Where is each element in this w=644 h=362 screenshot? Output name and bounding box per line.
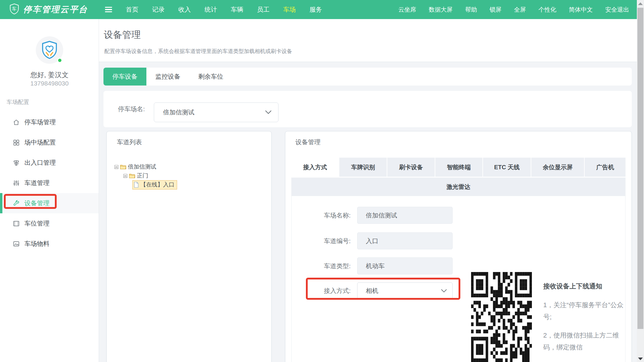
lot-select-value: 倍加信测试 — [163, 108, 265, 116]
nav-item-help[interactable]: 帮助 — [465, 6, 477, 14]
home-icon — [13, 119, 20, 126]
lot-select-dropdown[interactable]: 倍加信测试 — [154, 102, 278, 122]
folder-icon — [129, 173, 135, 178]
nav-item-lock-screen[interactable]: 锁屏 — [490, 6, 501, 14]
active-indicator-bar — [0, 193, 2, 213]
sidebar-item-lane-mgmt[interactable]: 车道管理 — [0, 173, 99, 193]
lot-select-label: 停车场名: — [118, 104, 151, 114]
sidebar-section-label: 车场配置 — [7, 98, 29, 106]
brand: 车 停车管理云平台 — [0, 3, 98, 16]
nav-item-home[interactable]: 首页 — [126, 5, 138, 14]
nav-item-records[interactable]: 记录 — [152, 5, 165, 14]
tab-parking-devices[interactable]: 停车设备 — [103, 68, 146, 86]
nav-item-vehicles[interactable]: 车辆 — [231, 5, 243, 14]
user-greeting: 您好, 姜汉文 — [0, 70, 99, 80]
sidebar-item-device-mgmt[interactable]: 设备管理 — [0, 193, 99, 213]
lane-type-input[interactable]: 机动车 — [357, 257, 453, 274]
tab-etc-antenna[interactable]: ETC 天线 — [483, 158, 531, 177]
tree-node-gate[interactable]: 正门 — [114, 171, 177, 180]
nav-item-language[interactable]: 简体中文 — [569, 6, 593, 14]
tab-plate-recognition[interactable]: 车牌识别 — [339, 158, 386, 177]
nav-item-personalize[interactable]: 个性化 — [538, 6, 556, 14]
qr-instructions: 接收设备上下线通知 1，关注“停车服务平台”公众号; 2，使用微信扫描上方二维码… — [543, 282, 626, 360]
nav-item-parking-lot[interactable]: 车场 — [283, 5, 296, 14]
tab-access-mode[interactable]: 接入方式 — [291, 158, 339, 177]
brand-title: 停车管理云平台 — [23, 4, 88, 15]
device-form-area: 车场名称: 倍加信测试 车道编号: 入口 车道类型: 机动车 接入方式: 相机 … — [291, 196, 626, 362]
access-mode-value: 相机 — [366, 287, 441, 295]
tab-ad-machine[interactable]: 广告机 — [585, 158, 626, 177]
scroll-down-arrow-icon[interactable] — [638, 358, 643, 360]
hamburger-menu-icon[interactable] — [105, 7, 112, 12]
svg-text:车: 车 — [12, 6, 17, 11]
scrollbar-thumb[interactable] — [637, 8, 643, 329]
nav-item-dashboard[interactable]: 数据大屏 — [429, 6, 453, 14]
access-mode-select[interactable]: 相机 — [357, 282, 453, 299]
qr-instruction-step2: 2，使用微信扫描上方二维码，绑定微信 — [543, 330, 626, 353]
access-mode-label: 接入方式: — [304, 287, 357, 295]
tab-card-device[interactable]: 刷卡设备 — [387, 158, 435, 177]
sidebar: 您好, 姜汉文 13798498030 车场配置 停车场管理 场中场配置 出入口 — [0, 19, 99, 362]
lane-no-label: 车道编号: — [304, 237, 357, 245]
nav-item-services[interactable]: 服务 — [309, 5, 322, 14]
app-window: 车 停车管理云平台 首页 记录 收入 统计 车辆 员工 车场 服务 云坐席 数据… — [0, 0, 644, 362]
nav-item-cloud-seat[interactable]: 云坐席 — [398, 6, 416, 14]
top-navbar: 车 停车管理云平台 首页 记录 收入 统计 车辆 员工 车场 服务 云坐席 数据… — [0, 0, 637, 19]
page-header — [99, 19, 637, 62]
device-panel-title: 设备管理 — [295, 138, 321, 146]
tree-collapse-icon[interactable] — [114, 165, 118, 169]
tab-monitor-devices[interactable]: 监控设备 — [146, 68, 189, 86]
nav-item-fullscreen[interactable]: 全屏 — [514, 6, 526, 14]
form-row-lane-no: 车道编号: 入口 — [304, 232, 453, 249]
main-nav: 首页 记录 收入 统计 车辆 员工 车场 服务 — [126, 5, 322, 14]
lane-no-input[interactable]: 入口 — [357, 232, 453, 249]
tab-smart-terminal[interactable]: 智能终端 — [435, 158, 482, 177]
qr-code — [471, 272, 532, 362]
chevron-down-icon — [265, 110, 272, 114]
lot-name-input[interactable]: 倍加信测试 — [357, 207, 453, 224]
tree-node-root[interactable]: 倍加信测试 — [114, 162, 177, 171]
brand-shield-icon: 车 — [9, 3, 20, 16]
image-icon — [13, 240, 20, 247]
form-row-lot-name: 车场名称: 倍加信测试 — [304, 207, 453, 224]
page-subtitle: 配置停车场设备信息，系统会根据车道管理里面的车道类型加载相机或刷卡设备 — [104, 48, 292, 55]
lot-name-label: 车场名称: — [304, 211, 357, 220]
nav-item-logout[interactable]: 安全退出 — [605, 6, 629, 14]
sidebar-item-entrance-exit-mgmt[interactable]: 出入口管理 — [0, 153, 99, 173]
nav-item-staff[interactable]: 员工 — [257, 5, 270, 14]
qr-instructions-title: 接收设备上下线通知 — [543, 282, 626, 291]
tree-collapse-icon[interactable] — [123, 174, 127, 178]
lane-list-panel: 车道列表 倍加信测试 正门 【在线】入口 — [106, 131, 272, 362]
user-phone: 13798498030 — [0, 80, 99, 87]
nav-item-income[interactable]: 收入 — [178, 5, 191, 14]
sidebar-item-parking-lot-mgmt[interactable]: 停车场管理 — [0, 112, 99, 132]
sliders-icon — [13, 179, 20, 187]
folder-icon — [120, 164, 126, 170]
sidebar-item-materials[interactable]: 车场物料 — [0, 234, 99, 254]
tab-space-display[interactable]: 余位显示屏 — [531, 158, 584, 177]
chevron-down-icon — [441, 289, 447, 293]
grid-icon — [13, 139, 20, 146]
tree-node-entrance[interactable]: 【在线】入口 — [114, 180, 177, 189]
device-mgmt-panel: 设备管理 接入方式 车牌识别 刷卡设备 智能终端 ETC 天线 余位显示屏 广告… — [285, 131, 632, 362]
sidebar-menu: 停车场管理 场中场配置 出入口管理 车道管理 — [0, 112, 99, 254]
form-row-lane-type: 车道类型: 机动车 — [304, 257, 453, 274]
lane-type-label: 车道类型: — [304, 262, 357, 270]
online-status-dot — [57, 58, 62, 63]
device-tabs: 接入方式 车牌识别 刷卡设备 智能终端 ETC 天线 余位显示屏 广告机 — [291, 158, 626, 177]
subtab-laser-radar[interactable]: 激光雷达 — [291, 178, 626, 196]
parking-slots-icon — [13, 220, 20, 227]
form-row-access-mode: 接入方式: 相机 — [304, 282, 453, 299]
utility-nav: 云坐席 数据大屏 帮助 锁屏 全屏 个性化 简体中文 安全退出 — [398, 6, 629, 14]
scroll-up-arrow-icon[interactable] — [638, 2, 643, 5]
shield-heart-logo-icon — [41, 41, 58, 60]
page-tabs: 停车设备 监控设备 剩余车位 — [103, 68, 632, 86]
signpost-icon — [13, 159, 20, 166]
tree-selected-leaf[interactable]: 【在线】入口 — [132, 180, 177, 189]
sidebar-item-space-mgmt[interactable]: 车位管理 — [0, 213, 99, 234]
sidebar-item-sublot-config[interactable]: 场中场配置 — [0, 132, 99, 153]
file-icon — [134, 182, 139, 188]
nav-item-stats[interactable]: 统计 — [205, 5, 217, 14]
vertical-scrollbar[interactable] — [637, 0, 644, 362]
tab-remaining-spaces[interactable]: 剩余车位 — [189, 68, 232, 86]
